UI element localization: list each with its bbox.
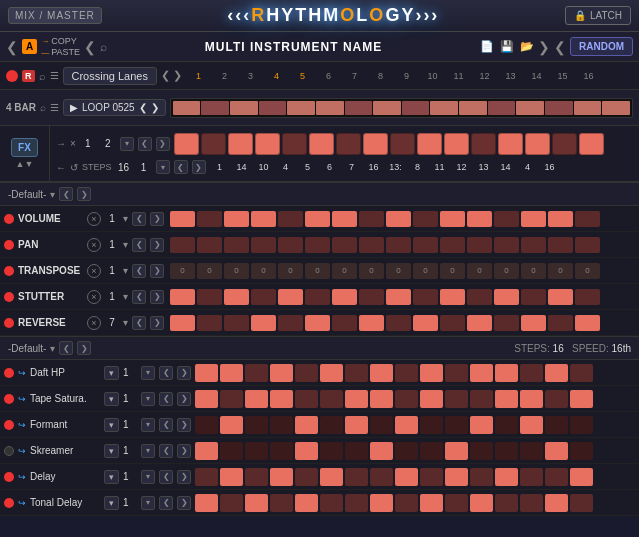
pan-x-btn[interactable]: × xyxy=(87,238,101,252)
dh-11[interactable] xyxy=(445,364,468,382)
dl-12[interactable] xyxy=(470,468,493,486)
pr-block-10[interactable] xyxy=(430,101,458,115)
effects-nav-left[interactable]: ❮ xyxy=(59,341,73,355)
tonal-delay-right[interactable]: ❯ xyxy=(177,496,191,510)
step-3[interactable]: 3 xyxy=(238,71,263,81)
dh-15[interactable] xyxy=(545,364,568,382)
vb-14[interactable] xyxy=(521,211,546,227)
loop-nav-right[interactable]: ❯ xyxy=(151,102,159,113)
pr-block-11[interactable] xyxy=(459,101,487,115)
pb-13[interactable] xyxy=(494,237,519,253)
daft-hp-down[interactable]: ▾ xyxy=(141,366,155,380)
rb-6[interactable] xyxy=(305,315,330,331)
sk-8[interactable] xyxy=(370,442,393,460)
vb-8[interactable] xyxy=(359,211,384,227)
pb-5[interactable] xyxy=(278,237,303,253)
tz-15[interactable]: 0 xyxy=(548,263,573,279)
transpose-left[interactable]: ❮ xyxy=(132,264,146,278)
volume-left[interactable]: ❮ xyxy=(132,212,146,226)
pr-block-2[interactable] xyxy=(201,101,229,115)
pr-block-3[interactable] xyxy=(230,101,258,115)
vb-6[interactable] xyxy=(305,211,330,227)
ts-12[interactable] xyxy=(470,390,493,408)
params-nav-right[interactable]: ❯ xyxy=(77,187,91,201)
fm-13[interactable] xyxy=(495,416,518,434)
step-1[interactable]: 1 xyxy=(186,71,211,81)
formant-down[interactable]: ▾ xyxy=(141,418,155,432)
fm-8[interactable] xyxy=(370,416,393,434)
loop-menu-icon[interactable]: ☰ xyxy=(50,102,59,113)
skreamer-right[interactable]: ❯ xyxy=(177,444,191,458)
loop-block-8[interactable] xyxy=(363,133,388,155)
td-5[interactable] xyxy=(295,494,318,512)
vb-5[interactable] xyxy=(278,211,303,227)
sb-3[interactable] xyxy=(224,289,249,305)
loop-block-12[interactable] xyxy=(471,133,496,155)
pr-block-5[interactable] xyxy=(287,101,315,115)
step-13[interactable]: 13 xyxy=(498,71,523,81)
params-nav-left[interactable]: ❮ xyxy=(59,187,73,201)
dh-4[interactable] xyxy=(270,364,293,382)
pb-7[interactable] xyxy=(332,237,357,253)
vb-10[interactable] xyxy=(413,211,438,227)
loop-block-6[interactable] xyxy=(309,133,334,155)
pb-12[interactable] xyxy=(467,237,492,253)
sb-14[interactable] xyxy=(521,289,546,305)
delay-left[interactable]: ❮ xyxy=(159,470,173,484)
pr-block-14[interactable] xyxy=(545,101,573,115)
loop-block-9[interactable] xyxy=(390,133,415,155)
search-icon[interactable]: ⌕ xyxy=(100,40,107,54)
rb-2[interactable] xyxy=(197,315,222,331)
dh-16[interactable] xyxy=(570,364,593,382)
step-16[interactable]: 16 xyxy=(576,71,601,81)
effects-nav-right[interactable]: ❯ xyxy=(77,341,91,355)
tz-11[interactable]: 0 xyxy=(440,263,465,279)
sb-2[interactable] xyxy=(197,289,222,305)
effects-dropdown-arrow[interactable]: ▾ xyxy=(50,343,55,354)
tape-record[interactable] xyxy=(4,394,14,404)
piano-roll[interactable] xyxy=(170,98,633,118)
fm-5[interactable] xyxy=(295,416,318,434)
fm-11[interactable] xyxy=(445,416,468,434)
td-8[interactable] xyxy=(370,494,393,512)
fm-3[interactable] xyxy=(245,416,268,434)
step-6[interactable]: 6 xyxy=(316,71,341,81)
loop-search-icon[interactable]: ⌕ xyxy=(40,102,46,113)
tz-10[interactable]: 0 xyxy=(413,263,438,279)
step-12[interactable]: 12 xyxy=(472,71,497,81)
rb-10[interactable] xyxy=(413,315,438,331)
step-9[interactable]: 9 xyxy=(394,71,419,81)
sk-10[interactable] xyxy=(420,442,443,460)
sk-15[interactable] xyxy=(545,442,568,460)
sk-4[interactable] xyxy=(270,442,293,460)
pb-16[interactable] xyxy=(575,237,600,253)
skreamer-record[interactable] xyxy=(4,446,14,456)
td-15[interactable] xyxy=(545,494,568,512)
fm-1[interactable] xyxy=(195,416,218,434)
tz-9[interactable]: 0 xyxy=(386,263,411,279)
skreamer-down[interactable]: ▾ xyxy=(141,444,155,458)
ts-3[interactable] xyxy=(245,390,268,408)
td-10[interactable] xyxy=(420,494,443,512)
tz-4[interactable]: 0 xyxy=(251,263,276,279)
formant-dropdown[interactable]: ▾ xyxy=(104,418,119,432)
td-11[interactable] xyxy=(445,494,468,512)
dl-16[interactable] xyxy=(570,468,593,486)
dl-3[interactable] xyxy=(245,468,268,486)
ts-14[interactable] xyxy=(520,390,543,408)
loop-name[interactable]: ▶ LOOP 0525 ❮ ❯ xyxy=(63,99,166,116)
volume-x-btn[interactable]: × xyxy=(87,212,101,226)
stutter-record[interactable] xyxy=(4,292,14,302)
delay-record[interactable] xyxy=(4,472,14,482)
chevron-right-instrument[interactable]: ❯ xyxy=(538,39,550,55)
tape-down[interactable]: ▾ xyxy=(141,392,155,406)
vb-3[interactable] xyxy=(224,211,249,227)
fx-button[interactable]: FX xyxy=(11,138,38,157)
pr-block-4[interactable] xyxy=(259,101,287,115)
loop-block-10[interactable] xyxy=(417,133,442,155)
vb-16[interactable] xyxy=(575,211,600,227)
dl-10[interactable] xyxy=(420,468,443,486)
params-dropdown-arrow[interactable]: ▾ xyxy=(50,189,55,200)
steps-right[interactable]: ❯ xyxy=(192,160,206,174)
vb-11[interactable] xyxy=(440,211,465,227)
